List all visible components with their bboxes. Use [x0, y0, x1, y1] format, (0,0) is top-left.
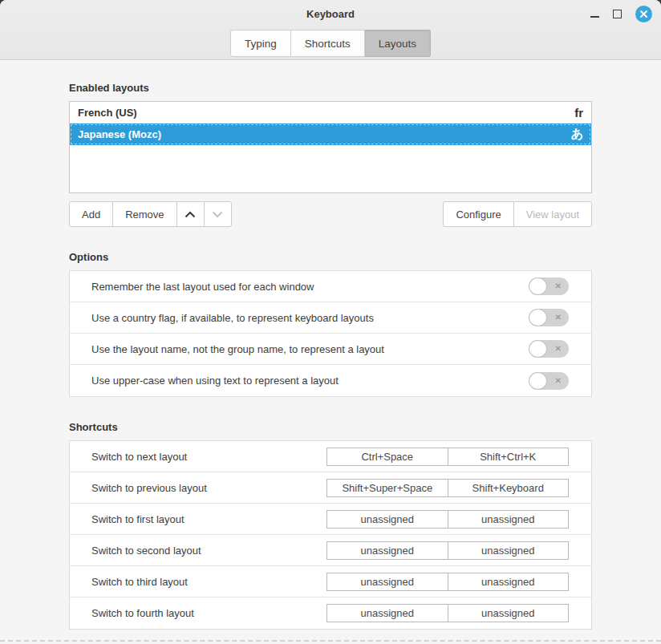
maximize-icon[interactable] — [613, 10, 622, 18]
toggle-layout-name[interactable]: ✕ — [529, 340, 569, 358]
move-layout-down-button[interactable] — [204, 201, 232, 227]
shortcut-row-fourth-layout: Switch to fourth layout unassigned unass… — [70, 597, 591, 629]
shortcut-row-first-layout: Switch to first layout unassigned unassi… — [70, 504, 591, 535]
layouts-page: Enabled layouts French (US) fr Japanese … — [69, 82, 592, 630]
shortcut-label: Switch to first layout — [91, 513, 185, 525]
keybinding-button[interactable]: Ctrl+Space — [326, 448, 448, 466]
titlebar[interactable]: Keyboard — [0, 0, 661, 27]
layout-indicator-ja: あ — [571, 127, 583, 142]
layout-row-french[interactable]: French (US) fr — [70, 102, 591, 124]
tab-layouts[interactable]: Layouts — [365, 30, 431, 57]
toggle-off-icon: ✕ — [555, 377, 562, 385]
toggle-knob — [529, 340, 547, 358]
toggle-upper-case[interactable]: ✕ — [529, 372, 569, 390]
toggle-off-icon: ✕ — [555, 345, 562, 353]
shortcut-row-second-layout: Switch to second layout unassigned unass… — [70, 535, 591, 566]
keybinding-button[interactable]: Shift+Ctrl+K — [448, 448, 570, 466]
toggle-off-icon: ✕ — [555, 282, 562, 290]
keybinding-button[interactable]: unassigned — [326, 510, 448, 529]
shortcut-row-next-layout: Switch to next layout Ctrl+Space Shift+C… — [70, 441, 591, 472]
window-header: Keyboard Typing Shortcuts Layouts — [0, 0, 661, 60]
minimize-icon[interactable] — [590, 10, 599, 18]
tab-layouts-label: Layouts — [379, 38, 416, 50]
keyboard-settings-window: Keyboard Typing Shortcuts Layouts Enable… — [0, 0, 661, 644]
shortcut-label: Switch to previous layout — [91, 482, 207, 494]
window-controls — [590, 0, 652, 27]
keybinding-button[interactable]: unassigned — [448, 573, 570, 591]
enabled-layouts-list: French (US) fr Japanese (Mozc) あ — [69, 101, 592, 193]
layout-name: French (US) — [78, 107, 137, 119]
layout-row-japanese[interactable]: Japanese (Mozc) あ — [70, 124, 591, 145]
toggle-knob — [529, 372, 547, 390]
shortcut-bindings: unassigned unassigned — [326, 541, 569, 560]
toggle-country-flag[interactable]: ✕ — [529, 309, 569, 326]
keybinding-button[interactable]: Shift+Keyboard — [448, 479, 570, 497]
option-label: Use the layout name, not the group name,… — [91, 343, 384, 355]
shortcut-label: Switch to fourth layout — [91, 607, 194, 619]
layout-list-actions: Add Remove Configure View layout — [69, 201, 592, 227]
window-edge-dashed-line — [0, 640, 661, 642]
keybinding-button[interactable]: unassigned — [448, 541, 570, 560]
shortcut-row-previous-layout: Switch to previous layout Shift+Super+Sp… — [70, 472, 591, 504]
layout-indicator-fr: fr — [574, 106, 583, 119]
layout-name: Japanese (Mozc) — [78, 128, 161, 140]
close-button[interactable] — [635, 6, 652, 22]
layout-view-button-group: Configure View layout — [443, 201, 592, 227]
options-panel: Remember the last layout used for each w… — [69, 270, 592, 397]
toggle-remember-layout[interactable]: ✕ — [529, 277, 569, 295]
toggle-off-icon: ✕ — [555, 314, 562, 322]
option-label: Remember the last layout used for each w… — [91, 281, 314, 293]
remove-layout-button[interactable]: Remove — [112, 201, 176, 227]
add-layout-button[interactable]: Add — [69, 201, 113, 227]
shortcut-bindings: unassigned unassigned — [326, 604, 569, 622]
shortcut-label: Switch to next layout — [91, 451, 187, 463]
close-icon — [639, 10, 648, 18]
enabled-layouts-heading: Enabled layouts — [69, 82, 592, 94]
shortcut-bindings: Shift+Super+Space Shift+Keyboard — [326, 479, 569, 497]
keybinding-button[interactable]: unassigned — [448, 604, 570, 622]
chevron-up-icon — [185, 211, 196, 218]
shortcut-label: Switch to second layout — [91, 545, 201, 557]
move-layout-up-button[interactable] — [176, 201, 205, 227]
window-title: Keyboard — [306, 8, 355, 20]
toggle-knob — [529, 309, 547, 326]
tab-bar: Typing Shortcuts Layouts — [0, 30, 661, 57]
shortcut-label: Switch to third layout — [91, 576, 188, 588]
tab-shortcuts-label: Shortcuts — [305, 38, 351, 50]
shortcuts-panel: Switch to next layout Ctrl+Space Shift+C… — [69, 440, 592, 630]
option-row-country-flag: Use a country flag, if available, to rep… — [70, 302, 591, 334]
tab-typing-label: Typing — [245, 38, 277, 50]
option-row-layout-name: Use the layout name, not the group name,… — [70, 334, 591, 365]
keybinding-button[interactable]: unassigned — [448, 510, 570, 529]
configure-button[interactable]: Configure — [443, 201, 513, 227]
chevron-down-icon — [212, 211, 223, 218]
tab-typing[interactable]: Typing — [230, 30, 291, 57]
option-label: Use a country flag, if available, to rep… — [91, 312, 374, 324]
keybinding-button[interactable]: unassigned — [326, 573, 448, 591]
tab-shortcuts[interactable]: Shortcuts — [291, 30, 365, 57]
keybinding-button[interactable]: Shift+Super+Space — [326, 479, 448, 497]
layout-edit-button-group: Add Remove — [69, 201, 232, 227]
shortcuts-heading: Shortcuts — [69, 421, 592, 433]
toggle-knob — [529, 277, 547, 295]
shortcut-row-third-layout: Switch to third layout unassigned unassi… — [70, 566, 591, 597]
keybinding-button[interactable]: unassigned — [326, 541, 448, 560]
view-layout-button[interactable]: View layout — [513, 201, 592, 227]
option-label: Use upper-case when using text to repres… — [91, 375, 339, 387]
shortcut-bindings: unassigned unassigned — [326, 573, 569, 591]
shortcut-bindings: unassigned unassigned — [326, 510, 569, 529]
options-heading: Options — [69, 251, 592, 263]
shortcut-bindings: Ctrl+Space Shift+Ctrl+K — [326, 448, 569, 466]
option-row-remember-layout: Remember the last layout used for each w… — [70, 271, 591, 302]
keybinding-button[interactable]: unassigned — [326, 604, 448, 622]
option-row-upper-case: Use upper-case when using text to repres… — [70, 365, 591, 396]
